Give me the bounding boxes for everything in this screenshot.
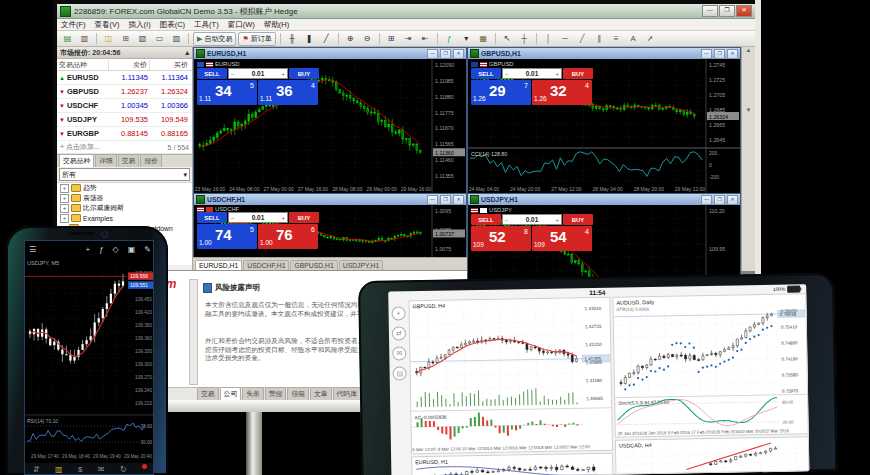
line-chart-icon[interactable]: ╱ — [319, 32, 334, 46]
messages-icon[interactable]: ✉ — [98, 465, 105, 474]
chart-window-gbpusd[interactable]: GBPUSD,H1 —❐✕ 1.27451.27251.27051.26851.… — [467, 47, 741, 193]
navigator-item[interactable]: +Examples — [57, 213, 192, 223]
menu-item-4[interactable]: 工具(T) — [194, 20, 219, 30]
tab-详细[interactable]: 详细 — [95, 154, 117, 167]
sell-button[interactable]: SELL — [471, 214, 501, 225]
volume-stepper[interactable]: −0.01+ — [502, 214, 562, 225]
buy-button[interactable]: BUY — [563, 68, 593, 79]
indicators-icon[interactable]: ƒ — [99, 245, 103, 254]
tab-报价[interactable]: 报价 — [140, 154, 162, 167]
close-button[interactable]: ✕ — [727, 49, 738, 59]
new-chart-icon[interactable]: ▤ — [60, 32, 75, 46]
buy-button[interactable]: BUY — [289, 212, 319, 223]
expand-icon[interactable]: + — [60, 204, 69, 213]
tablet-chart-audusd[interactable]: AUDUSD, DailyATR(14) 0.00660.760180.7602… — [612, 293, 808, 437]
buy-price[interactable]: 1.00766 — [258, 224, 318, 249]
indicators-icon[interactable]: ƒ — [442, 32, 457, 46]
tab-交易品种[interactable]: 交易品种 — [59, 154, 94, 167]
hamburger-menu-icon[interactable]: ☰ — [29, 245, 36, 254]
account-icon[interactable]: + — [391, 306, 405, 320]
add-symbol-row[interactable]: + 点击添加... 5 / 554 — [57, 141, 192, 154]
cursor-icon[interactable]: ↖ — [500, 32, 515, 46]
text-icon[interactable]: A — [626, 32, 641, 46]
quotes-icon[interactable]: ⇵ — [33, 465, 40, 474]
sell-button[interactable]: SELL — [197, 212, 227, 223]
templates-icon[interactable]: ▦ — [476, 32, 491, 46]
tablet-chart-gbpusd[interactable]: GBPUSD, H41.413551.432401.427251.422101.… — [408, 297, 613, 455]
zoom-in-icon[interactable]: ⊕ — [343, 32, 358, 46]
market-watch-row-usdchf[interactable]: ▼USDCHF1.003451.00366 — [57, 99, 192, 113]
crosshair-icon[interactable]: ┼ — [517, 32, 532, 46]
scrollbar[interactable]: ▲▼ — [741, 47, 755, 271]
buy-price[interactable]: 109544 — [532, 226, 592, 251]
minimize-button[interactable]: — — [701, 49, 712, 59]
navigator-icon[interactable]: ▧ — [135, 32, 150, 46]
chart-window-titlebar[interactable]: USDJPY,H1 —❐✕ — [468, 194, 740, 205]
share-icon[interactable]: ⇄ — [392, 326, 406, 340]
sell-button[interactable]: SELL — [471, 68, 501, 79]
chart-window-titlebar[interactable]: GBPUSD,H1 —❐✕ — [468, 48, 740, 59]
navigator-item[interactable]: +趋势 — [57, 183, 192, 193]
bar-chart-icon[interactable]: ╫ — [285, 32, 300, 46]
objects-icon[interactable]: ◇ — [113, 245, 119, 254]
menu-item-3[interactable]: 图表(C) — [160, 20, 185, 30]
terminal-headline[interactable]: 风险披露声明 — [203, 283, 260, 293]
new-order-icon[interactable]: ✎ — [144, 245, 151, 254]
market-watch-row-usdjpy[interactable]: ▼USDJPY109.535109.549 — [57, 113, 192, 127]
arrows-icon[interactable]: ➚ — [643, 32, 658, 46]
terminal-tab-文章[interactable]: 文章 — [310, 387, 332, 400]
collapse-icon[interactable]: ▴ — [185, 49, 189, 57]
chart-window-usdchf[interactable]: USDCHF,H1 —❐✕ 1.00951.00851.00751.00737 … — [193, 193, 467, 257]
terminal-tab-警报[interactable]: 警报 — [265, 387, 287, 400]
menu-item-5[interactable]: 窗口(W) — [228, 20, 255, 30]
sell-price[interactable]: 1.26297 — [471, 80, 531, 105]
minimize-button[interactable]: — — [702, 5, 718, 17]
navigator-item[interactable]: +比尔威廉姆斯 — [57, 203, 192, 213]
expand-icon[interactable]: + — [60, 214, 69, 223]
restore-button[interactable]: ❐ — [440, 195, 451, 205]
menu-item-0[interactable]: 文件(F) — [61, 20, 86, 30]
history-icon[interactable]: ↻ — [120, 465, 127, 474]
terminal-tab-信箱[interactable]: 信箱 — [287, 387, 309, 400]
mt4-titlebar[interactable]: 2286859: FOREX.com GlobalCN Demo 3.53 - … — [57, 4, 755, 19]
trade-icon[interactable]: $ — [78, 465, 82, 474]
sell-price[interactable]: 1.11345 — [197, 80, 257, 105]
navigator-item[interactable]: +震荡器 — [57, 193, 192, 203]
periods-icon[interactable]: ▾ — [459, 32, 474, 46]
tab-交易[interactable]: 交易 — [118, 154, 140, 167]
zoom-out-icon[interactable]: ⊖ — [360, 32, 375, 46]
navigator-filter[interactable]: 所有 ▾ — [59, 168, 190, 181]
chat-icon[interactable]: ✉ — [392, 346, 406, 360]
chart-window-eurusd[interactable]: EURUSD,H1 —❐✕ 1.120901.119851.118801.117… — [193, 47, 467, 193]
market-watch-header[interactable]: 市场报价: 20:04:56 ▴ — [57, 47, 192, 59]
vline-icon[interactable]: │ — [541, 32, 556, 46]
market-watch-row-eurusd[interactable]: ▲EURUSD1.113451.11364 — [57, 71, 192, 85]
expand-icon[interactable]: + — [60, 194, 69, 203]
terminal-tab-头条[interactable]: 头条 — [242, 387, 264, 400]
buy-price[interactable]: 1.11364 — [258, 80, 318, 105]
autotrade-button[interactable]: ▶自动交易 — [193, 32, 236, 46]
restore-button[interactable]: ❐ — [714, 195, 725, 205]
expand-icon[interactable]: + — [60, 184, 69, 193]
close-button[interactable]: ✕ — [453, 195, 464, 205]
volume-stepper[interactable]: −0.01+ — [502, 68, 562, 79]
hline-icon[interactable]: ─ — [558, 32, 573, 46]
restore-button[interactable]: ❐ — [440, 49, 451, 59]
new-chart-icon[interactable]: ▤ — [393, 366, 407, 380]
chart-settings-icon[interactable]: ▣ — [128, 245, 136, 254]
market-watch-icon[interactable]: ◫ — [101, 32, 116, 46]
charts-icon[interactable]: ▥ — [55, 465, 63, 474]
terminal-tab-公司[interactable]: 公司 — [220, 387, 242, 400]
chart-shift-icon[interactable]: ⇤ — [418, 32, 433, 46]
phone-chart-canvas[interactable]: USDJPY, M5109.510109.480109.450109.42010… — [25, 257, 154, 463]
new-order-button[interactable]: ⚑新订单 — [238, 32, 275, 46]
menu-item-6[interactable]: 帮助(H) — [264, 20, 289, 30]
buy-button[interactable]: BUY — [563, 214, 593, 225]
terminal-tab-代码库[interactable]: 代码库 — [333, 387, 361, 400]
minimize-button[interactable]: — — [427, 195, 438, 205]
sell-price[interactable]: 1.00745 — [197, 224, 257, 249]
candle-chart-icon[interactable]: ❚ — [302, 32, 317, 46]
market-watch-row-eurgbp[interactable]: ▼EURGBP0.881450.88165 — [57, 127, 192, 141]
chart-tab-EURUSD,H1[interactable]: EURUSD,H1 — [195, 260, 242, 270]
auto-scroll-icon[interactable]: ⇥ — [401, 32, 416, 46]
